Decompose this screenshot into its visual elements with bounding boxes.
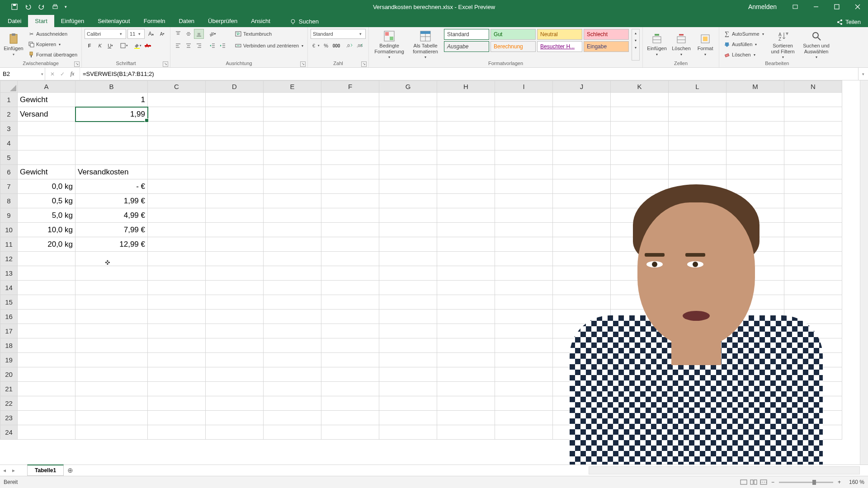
cell-A3[interactable] — [18, 122, 75, 136]
cell-D9[interactable] — [206, 208, 264, 223]
cell-N24[interactable] — [784, 425, 842, 440]
row-header-7[interactable]: 7 — [0, 179, 18, 194]
cell-J10[interactable] — [553, 223, 611, 237]
cell-F5[interactable] — [321, 150, 379, 165]
cell-C22[interactable] — [148, 396, 206, 411]
cell-K9[interactable] — [611, 208, 669, 223]
cell-F17[interactable] — [321, 324, 379, 338]
cell-F22[interactable] — [321, 396, 379, 411]
conditional-formatting-button[interactable]: Bedingte Formatierung▾ — [372, 29, 407, 61]
cell-style-eingabe[interactable]: Eingabe — [584, 41, 629, 52]
row-header-17[interactable]: 17 — [0, 324, 18, 338]
cell-B5[interactable] — [75, 150, 148, 165]
column-header-L[interactable]: L — [669, 81, 726, 93]
cell-M20[interactable] — [726, 367, 784, 382]
cell-K13[interactable] — [611, 266, 669, 281]
cell-F11[interactable] — [321, 237, 379, 252]
cell-J24[interactable] — [553, 425, 611, 440]
cell-D6[interactable] — [206, 165, 264, 179]
cell-F4[interactable] — [321, 136, 379, 150]
cell-N7[interactable] — [784, 179, 842, 194]
cell-B4[interactable] — [75, 136, 148, 150]
cell-K22[interactable] — [611, 396, 669, 411]
increase-indent-icon[interactable] — [218, 41, 228, 51]
cell-E14[interactable] — [264, 281, 321, 295]
column-header-D[interactable]: D — [206, 81, 264, 93]
cell-D8[interactable] — [206, 194, 264, 208]
cell-I4[interactable] — [495, 136, 553, 150]
cell-D22[interactable] — [206, 396, 264, 411]
cell-N22[interactable] — [784, 396, 842, 411]
cell-N4[interactable] — [784, 136, 842, 150]
cell-C9[interactable] — [148, 208, 206, 223]
cell-B16[interactable] — [75, 310, 148, 324]
cell-E13[interactable] — [264, 266, 321, 281]
cell-E8[interactable] — [264, 194, 321, 208]
cell-D13[interactable] — [206, 266, 264, 281]
cell-F20[interactable] — [321, 367, 379, 382]
cell-N23[interactable] — [784, 411, 842, 425]
select-all-corner[interactable] — [0, 81, 18, 93]
cell-J19[interactable] — [553, 353, 611, 367]
cell-K11[interactable] — [611, 237, 669, 252]
cell-L16[interactable] — [669, 310, 726, 324]
cell-E12[interactable] — [264, 252, 321, 266]
row-header-8[interactable]: 8 — [0, 194, 18, 208]
tab-layout[interactable]: Seitenlayout — [91, 15, 137, 27]
cell-G1[interactable] — [379, 93, 437, 107]
cell-H23[interactable] — [437, 411, 495, 425]
borders-button[interactable]: ▾ — [119, 41, 129, 51]
cell-F10[interactable] — [321, 223, 379, 237]
cell-M9[interactable] — [726, 208, 784, 223]
cell-H16[interactable] — [437, 310, 495, 324]
cell-H10[interactable] — [437, 223, 495, 237]
zoom-slider[interactable] — [779, 482, 833, 483]
row-header-4[interactable]: 4 — [0, 136, 18, 150]
find-select-button[interactable]: Suchen und Auswählen▾ — [801, 29, 832, 61]
cell-E3[interactable] — [264, 122, 321, 136]
cell-A1[interactable]: Gewicht — [18, 93, 75, 107]
cell-H5[interactable] — [437, 150, 495, 165]
tab-insert[interactable]: Einfügen — [54, 15, 91, 27]
cell-E24[interactable] — [264, 425, 321, 440]
cell-F14[interactable] — [321, 281, 379, 295]
cancel-formula-icon[interactable]: ✕ — [48, 71, 57, 77]
row-header-16[interactable]: 16 — [0, 310, 18, 324]
cell-H4[interactable] — [437, 136, 495, 150]
cell-K8[interactable] — [611, 194, 669, 208]
cell-F6[interactable] — [321, 165, 379, 179]
cell-B3[interactable] — [75, 122, 148, 136]
cell-H14[interactable] — [437, 281, 495, 295]
cell-J6[interactable] — [553, 165, 611, 179]
tab-data[interactable]: Daten — [172, 15, 201, 27]
cell-H18[interactable] — [437, 338, 495, 353]
column-header-I[interactable]: I — [495, 81, 553, 93]
cell-I9[interactable] — [495, 208, 553, 223]
tab-view[interactable]: Ansicht — [244, 15, 277, 27]
row-header-14[interactable]: 14 — [0, 281, 18, 295]
save-icon[interactable] — [8, 2, 21, 12]
cell-L24[interactable] — [669, 425, 726, 440]
view-pagebreak-icon[interactable] — [759, 477, 769, 487]
font-size-select[interactable]: 11▾ — [127, 29, 145, 39]
row-header-20[interactable]: 20 — [0, 367, 18, 382]
cell-C23[interactable] — [148, 411, 206, 425]
cell-A13[interactable] — [18, 266, 75, 281]
styles-scroll-down-icon[interactable]: ▾ — [632, 37, 639, 44]
cell-N1[interactable] — [784, 93, 842, 107]
align-middle-icon[interactable] — [184, 29, 193, 39]
cell-B12[interactable] — [75, 252, 148, 266]
cell-B7[interactable]: - € — [75, 179, 148, 194]
cell-E5[interactable] — [264, 150, 321, 165]
view-normal-icon[interactable] — [739, 477, 749, 487]
cell-B14[interactable] — [75, 281, 148, 295]
cell-K21[interactable] — [611, 382, 669, 396]
cell-A8[interactable]: 0,5 kg — [18, 194, 75, 208]
clear-button[interactable]: Löschen▾ — [722, 50, 765, 60]
font-name-select[interactable]: Calibri▾ — [85, 29, 126, 39]
cell-B15[interactable] — [75, 295, 148, 310]
cell-J15[interactable] — [553, 295, 611, 310]
wrap-text-button[interactable]: Textumbruch — [233, 29, 305, 39]
cell-F16[interactable] — [321, 310, 379, 324]
cell-E22[interactable] — [264, 396, 321, 411]
